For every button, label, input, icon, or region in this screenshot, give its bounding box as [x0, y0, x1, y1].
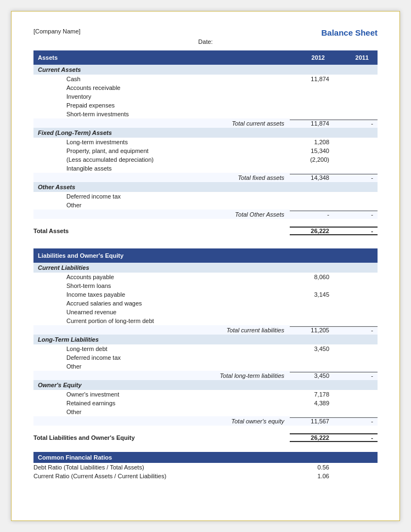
row-label: Prepaid expenses: [33, 102, 290, 109]
col-2011-header: 2011: [335, 54, 373, 61]
row-label: Cash: [33, 76, 290, 82]
total-owners-equity-2011: -: [339, 417, 378, 425]
row-val-2012: 7,178: [290, 391, 339, 398]
total-assets-label: Total Assets: [33, 228, 290, 234]
row-label: Income taxes payable: [33, 291, 290, 298]
row-label: Current portion of long-term debt: [33, 318, 290, 324]
row-label: Accrued salaries and wages: [33, 300, 290, 307]
ratios-header-label: Common Financial Ratios: [38, 454, 112, 461]
total-fixed-assets-label: Total fixed assets: [33, 174, 290, 181]
table-row: Accounts payable 8,060: [33, 273, 378, 281]
row-label: Property, plant, and equipment: [33, 148, 290, 154]
table-row: Cash 11,874: [33, 75, 378, 83]
total-other-assets-2011: -: [339, 211, 378, 218]
row-label: Deferred income tax: [33, 193, 290, 200]
table-row: Retained earnings 4,389: [33, 399, 378, 408]
total-longterm-liabilities-2011: -: [339, 372, 378, 379]
row-label: Inventory: [33, 93, 290, 100]
ratios-rows: Debt Ratio (Total Liabilities / Total As…: [33, 463, 378, 480]
row-label: Short-term loans: [33, 282, 290, 289]
total-liabilities-equity-2012: 26,222: [290, 433, 339, 442]
table-row: Other: [33, 408, 378, 416]
row-val-2012: (2,200): [290, 156, 339, 163]
table-row: Prepaid expenses: [33, 101, 378, 110]
row-val-2012: 4,389: [290, 400, 339, 406]
row-label: Owner's investment: [33, 391, 290, 398]
total-other-assets-label: Total Other Assets: [33, 211, 290, 218]
current-assets-rows: Cash 11,874 Accounts receivable Inventor…: [33, 75, 378, 118]
ratio-val-2012: 0.56: [290, 464, 339, 471]
total-other-assets-row: Total Other Assets - -: [33, 210, 378, 219]
ratio-val-2012: 1.06: [290, 473, 339, 479]
company-name: [Company Name]: [33, 28, 81, 35]
total-owners-equity-label: Total owner's equity: [33, 418, 290, 425]
total-assets-2012: 26,222: [290, 227, 339, 235]
table-row: Owner's investment 7,178: [33, 390, 378, 399]
row-label: Accounts payable: [33, 274, 290, 280]
table-row: Accrued salaries and wages: [33, 299, 378, 308]
total-liabilities-equity-label: Total Liabilities and Owner's Equity: [33, 434, 290, 441]
row-val-2012: 1,208: [290, 139, 339, 145]
balance-sheet-page: [Company Name] Balance Sheet Date: Asset…: [11, 11, 400, 521]
row-val-2012: 3,450: [290, 346, 339, 352]
row-label: Retained earnings: [33, 400, 290, 406]
ratio-label: Current Ratio (Current Assets / Current …: [33, 473, 290, 479]
total-owners-equity-row: Total owner's equity 11,567 -: [33, 416, 378, 426]
table-row: Long-term debt 3,450: [33, 344, 378, 353]
row-label: Other: [33, 363, 290, 370]
col-2012-header: 2012: [285, 54, 335, 61]
total-current-assets-2011: -: [339, 120, 378, 127]
assets-col-headers: Assets 2012 2011: [38, 53, 373, 63]
table-row: Short-term investments: [33, 110, 378, 118]
table-row: Intangible assets: [33, 164, 378, 173]
report-title: Balance Sheet: [321, 28, 378, 37]
longterm-liabilities-header: Long-Term Liabilities: [33, 335, 378, 344]
row-label: Unearned revenue: [33, 309, 290, 315]
total-fixed-assets-2011: -: [339, 174, 378, 181]
liabilities-header-label: Liabilities and Owner's Equity: [38, 252, 285, 259]
header: [Company Name] Balance Sheet: [33, 28, 378, 37]
total-current-liabilities-label: Total current liabilities: [33, 327, 290, 333]
ratio-val-2011: [339, 464, 378, 471]
row-val-2012: 15,340: [290, 148, 339, 154]
table-row: Long-term investments 1,208: [33, 138, 378, 146]
owners-equity-header: Owner's Equity: [33, 380, 378, 390]
ratios-section: Common Financial Ratios Debt Ratio (Tota…: [33, 452, 378, 480]
ratio-val-2011: [339, 473, 378, 479]
current-assets-header: Current Assets: [33, 65, 378, 75]
current-liabilities-rows: Accounts payable 8,060 Short-term loans …: [33, 273, 378, 325]
row-label: Other: [33, 202, 290, 208]
other-assets-rows: Deferred income tax Other: [33, 192, 378, 210]
total-liabilities-equity-row: Total Liabilities and Owner's Equity 26,…: [33, 431, 378, 444]
row-label: Other: [33, 409, 290, 415]
table-row: (Less accumulated depreciation) (2,200): [33, 155, 378, 164]
table-row: Deferred income tax: [33, 353, 378, 362]
date-row: Date:: [33, 38, 378, 45]
total-other-assets-2012: -: [290, 211, 339, 218]
row-label: Short-term investments: [33, 111, 290, 117]
liabilities-col-headers: Liabilities and Owner's Equity: [38, 251, 373, 261]
table-row: Current portion of long-term debt: [33, 316, 378, 325]
table-row: Other: [33, 201, 378, 210]
longterm-liabilities-rows: Long-term debt 3,450 Deferred income tax…: [33, 344, 378, 371]
date-label: Date:: [198, 38, 212, 45]
owners-equity-rows: Owner's investment 7,178 Retained earnin…: [33, 390, 378, 416]
table-row: Unearned revenue: [33, 308, 378, 316]
current-liabilities-header: Current Liabilities: [33, 263, 378, 273]
total-current-liabilities-row: Total current liabilities 11,205 -: [33, 325, 378, 335]
fixed-assets-rows: Long-term investments 1,208 Property, pl…: [33, 138, 378, 173]
table-row: Property, plant, and equipment 15,340: [33, 146, 378, 155]
total-longterm-liabilities-row: Total long-term liabilities 3,450 -: [33, 371, 378, 380]
total-current-assets-row: Total current assets 11,874 -: [33, 118, 378, 128]
row-val-2012: 11,874: [290, 76, 339, 82]
table-row: Short-term loans: [33, 281, 378, 290]
row-val-2012: 8,060: [290, 274, 339, 280]
total-liabilities-equity-2011: -: [339, 433, 378, 442]
total-current-liabilities-2012: 11,205: [290, 326, 339, 333]
row-label: Intangible assets: [33, 165, 290, 172]
total-fixed-assets-row: Total fixed assets 14,348 -: [33, 173, 378, 182]
table-row: Deferred income tax: [33, 192, 378, 201]
total-current-assets-label: Total current assets: [33, 120, 290, 127]
total-longterm-liabilities-label: Total long-term liabilities: [33, 372, 290, 379]
row-label: Deferred income tax: [33, 354, 290, 361]
